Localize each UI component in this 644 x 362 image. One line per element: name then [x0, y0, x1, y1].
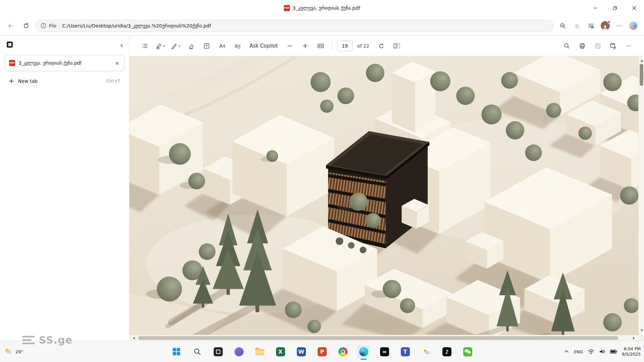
- translate-icon: aჟ: [235, 43, 240, 49]
- address-bar[interactable]: File C:/Users/Liu/Desktop/uridia/3_კვლევ…: [36, 20, 553, 32]
- url-text[interactable]: C:/Users/Liu/Desktop/uridia/3_კვლევა.%20…: [62, 23, 211, 28]
- save-as-icon: [610, 43, 616, 49]
- save-button[interactable]: [591, 39, 604, 53]
- minus-icon: [287, 43, 293, 49]
- pdf-page-area[interactable]: [129, 56, 644, 341]
- print-button[interactable]: [576, 39, 589, 53]
- dark-app-icon: [214, 347, 223, 356]
- wechat-icon: [463, 347, 472, 356]
- collapse-sidebar-button[interactable]: ‹: [120, 42, 123, 49]
- notification-dot: [607, 20, 610, 23]
- add-text-button[interactable]: [200, 39, 213, 53]
- back-button[interactable]: [5, 20, 17, 32]
- profile-button[interactable]: [599, 20, 611, 32]
- chrome-icon: [338, 347, 347, 356]
- back-icon: [7, 22, 14, 29]
- pen-button[interactable]: ∨: [169, 39, 182, 53]
- translate-button[interactable]: aჟ: [231, 39, 244, 53]
- tab-activity-button[interactable]: [6, 41, 13, 50]
- save-as-button[interactable]: [606, 39, 620, 53]
- weather-temperature: 29°: [15, 349, 23, 354]
- horizontal-scrollbar[interactable]: [129, 335, 638, 341]
- active-tab[interactable]: PDF 3_კვლევა. ურიდიას ქუჩა.pdf ×: [5, 55, 124, 71]
- app-wave-button[interactable]: ≈: [378, 345, 391, 358]
- scroll-down-icon[interactable]: [640, 329, 643, 333]
- zoom-page-button[interactable]: [557, 20, 569, 32]
- scroll-up-icon[interactable]: [640, 58, 643, 62]
- file-protocol-label[interactable]: File: [49, 23, 57, 28]
- close-button[interactable]: [625, 0, 644, 16]
- edge-button[interactable]: [357, 345, 370, 358]
- taskbar-clock[interactable]: 6:04 PM 9/5/2025: [622, 346, 641, 357]
- eraser-icon: [188, 43, 195, 49]
- chevron-down-icon[interactable]: ∨: [178, 44, 180, 48]
- teams-button[interactable]: T: [398, 345, 412, 358]
- battery-icon[interactable]: [610, 349, 617, 354]
- purple-app-icon: [234, 347, 244, 356]
- scrollbar-corner: [638, 335, 644, 341]
- read-aloud-button[interactable]: [215, 39, 229, 53]
- tab-close-button[interactable]: ×: [114, 60, 120, 66]
- maximize-button[interactable]: [605, 0, 625, 16]
- app-purple-button[interactable]: [232, 345, 246, 358]
- copilot-button[interactable]: [627, 20, 639, 32]
- toolbar-divider: [332, 42, 332, 50]
- ask-copilot-button[interactable]: Ask Copilot: [246, 39, 281, 53]
- fit-to-width-button[interactable]: [314, 39, 327, 53]
- search-document-button[interactable]: [560, 39, 574, 53]
- weather-app-button[interactable]: [419, 345, 433, 358]
- table-of-contents-button[interactable]: [138, 39, 152, 53]
- app-dark-button[interactable]: [211, 345, 225, 358]
- settings-more-button[interactable]: ···: [613, 20, 625, 32]
- refresh-button[interactable]: [20, 20, 32, 32]
- page-view-button[interactable]: [390, 39, 404, 53]
- vertical-scrollbar[interactable]: [638, 56, 644, 335]
- pdf-file-icon: PDF: [284, 5, 290, 11]
- weather-icon: [5, 348, 13, 356]
- two-page-icon: [393, 43, 400, 49]
- vertical-scroll-thumb[interactable]: [640, 64, 643, 86]
- tray-chevron-up-icon[interactable]: [564, 349, 569, 354]
- wechat-button[interactable]: [461, 345, 474, 358]
- star-icon: ☆: [574, 22, 579, 29]
- file-explorer-button[interactable]: [253, 345, 266, 358]
- search-icon: [193, 348, 201, 356]
- wifi-icon[interactable]: [588, 349, 594, 354]
- clock-date: 9/5/2025: [622, 352, 641, 357]
- new-tab-button[interactable]: + New tab Ctrl+T: [0, 74, 129, 87]
- language-indicator[interactable]: ENG: [574, 349, 583, 354]
- rotate-button[interactable]: [375, 39, 388, 53]
- minimize-button[interactable]: [586, 0, 605, 16]
- tiktok-button[interactable]: ♪: [440, 345, 453, 358]
- restore-icon: [613, 6, 617, 10]
- favorites-hub-icon: [588, 22, 594, 29]
- refresh-icon: [23, 22, 30, 29]
- favorites-hub-button[interactable]: [585, 20, 597, 32]
- person-icon: [602, 25, 608, 30]
- word-button[interactable]: W: [294, 345, 308, 358]
- chevron-down-icon[interactable]: ∨: [163, 44, 165, 48]
- start-button[interactable]: [170, 345, 183, 358]
- favorite-button[interactable]: ☆: [571, 20, 583, 32]
- horizontal-scroll-thumb[interactable]: [138, 336, 618, 340]
- copilot-icon: [629, 22, 637, 30]
- rotate-icon: [378, 43, 385, 49]
- zoom-out-button[interactable]: [283, 39, 297, 53]
- tiktok-icon: ♪: [442, 347, 451, 356]
- page-number-input[interactable]: [337, 41, 353, 51]
- weather-widget[interactable]: 29°: [5, 341, 23, 362]
- zoom-in-button[interactable]: [299, 39, 312, 53]
- plus-icon: [302, 43, 308, 49]
- toolbar-more-button[interactable]: ···: [622, 39, 635, 53]
- eraser-button[interactable]: [184, 39, 198, 53]
- scroll-left-icon[interactable]: [131, 337, 135, 340]
- highlighter-button[interactable]: ∨: [154, 39, 167, 53]
- volume-icon[interactable]: [599, 349, 605, 354]
- collapse-icon: ‹: [120, 41, 123, 49]
- excel-button[interactable]: X: [274, 345, 287, 358]
- taskbar-search-button[interactable]: [191, 345, 204, 358]
- chrome-button[interactable]: [336, 345, 350, 358]
- more-icon: ···: [616, 22, 622, 29]
- scroll-right-icon[interactable]: [633, 337, 636, 340]
- powerpoint-button[interactable]: P: [315, 345, 329, 358]
